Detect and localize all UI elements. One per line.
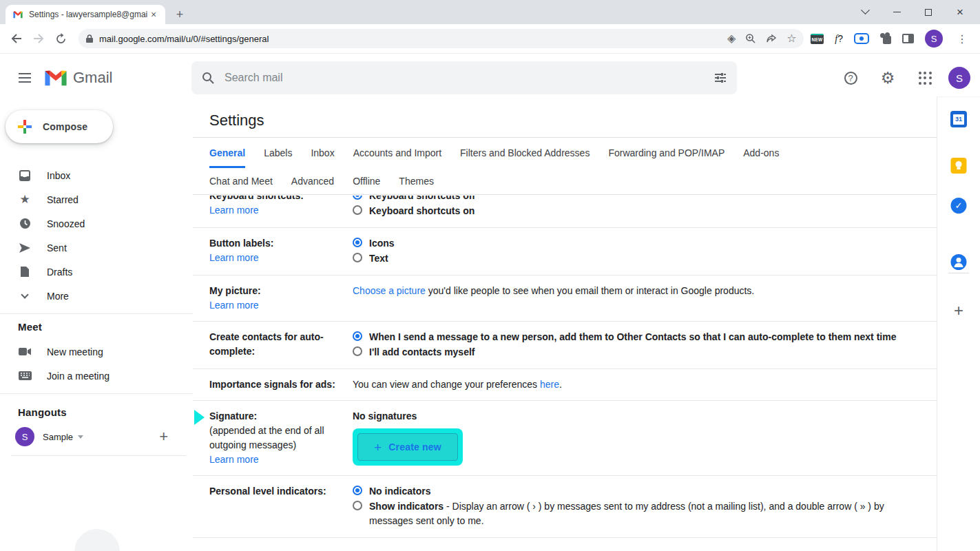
search-icon[interactable] xyxy=(201,71,215,85)
page-title: Settings xyxy=(193,102,937,138)
tab-chat-and-meet[interactable]: Chat and Meet xyxy=(209,168,273,194)
hangouts-caret-icon[interactable] xyxy=(78,435,83,439)
address-bar[interactable]: mail.google.com/mail/u/0/#settings/gener… xyxy=(79,29,804,48)
signature-sublabel: (appended at the end of all outgoing mes… xyxy=(209,425,324,450)
radio-selected[interactable] xyxy=(353,196,362,200)
url-text[interactable]: mail.google.com/mail/u/0/#settings/gener… xyxy=(99,34,727,44)
gmail-logo[interactable]: Gmail xyxy=(44,69,112,87)
radio-selected[interactable] xyxy=(353,486,362,495)
tasks-icon[interactable]: ✓ xyxy=(951,198,967,214)
option-no-indicators[interactable]: No indicators xyxy=(353,484,909,499)
sidebar-item-more[interactable]: More xyxy=(0,284,187,308)
sidebar-item-inbox[interactable]: Inbox xyxy=(0,163,187,187)
tab-offline[interactable]: Offline xyxy=(353,168,380,194)
right-side-panel: 31 ✓ + xyxy=(937,96,980,551)
learn-more-link[interactable]: Learn more xyxy=(209,203,259,218)
support-icon[interactable]: ? xyxy=(837,64,864,92)
tab-advanced[interactable]: Advanced xyxy=(291,168,334,194)
new-extension-icon[interactable]: NEW xyxy=(811,34,824,44)
tab-accounts-and-import[interactable]: Accounts and Import xyxy=(353,138,441,168)
sidebar-item-sent[interactable]: Sent xyxy=(0,236,187,260)
radio-unselected[interactable] xyxy=(353,253,362,262)
fn-extension-icon[interactable]: f? xyxy=(835,33,843,45)
maximize-button[interactable] xyxy=(913,0,944,24)
contacts-icon[interactable] xyxy=(951,254,967,270)
back-icon[interactable] xyxy=(6,28,28,50)
hangouts-placeholder-circle xyxy=(74,529,120,551)
gmail-sidebar: Compose Inbox ★ Starred Snoozed Sent xyxy=(0,102,193,551)
option-auto-add-contacts[interactable]: When I send a message to a new person, a… xyxy=(353,330,909,344)
tab-forwarding[interactable]: Forwarding and POP/IMAP xyxy=(608,138,724,168)
hangouts-user-name[interactable]: Sample xyxy=(43,432,73,442)
sidebar-item-join-meeting[interactable]: Join a meeting xyxy=(0,364,187,388)
new-hangout-button[interactable]: + xyxy=(159,428,168,446)
main-menu-icon[interactable] xyxy=(8,61,41,94)
row-keyboard-shortcuts: Keyboard shortcuts: Learn more Keyboard … xyxy=(193,196,937,228)
compose-button[interactable]: Compose xyxy=(6,110,113,143)
importance-signals-label: Importance signals for ads: xyxy=(209,377,347,392)
tab-close-icon[interactable]: × xyxy=(147,8,160,21)
get-addons-button[interactable]: + xyxy=(954,301,963,320)
browser-profile-avatar[interactable]: S xyxy=(925,30,943,48)
tab-addons[interactable]: Add-ons xyxy=(743,138,779,168)
learn-more-link[interactable]: Learn more xyxy=(209,453,259,467)
omnibox-actions: ◈ ☆ xyxy=(727,33,797,44)
reading-mode-icon[interactable]: ◈ xyxy=(727,33,736,44)
radio-selected[interactable] xyxy=(353,331,362,341)
option-keyboard-shortcuts-on[interactable]: Keyboard shortcuts on xyxy=(353,204,909,218)
keep-icon[interactable] xyxy=(951,158,967,174)
radio-unselected[interactable] xyxy=(353,205,362,215)
share-icon[interactable] xyxy=(766,33,777,44)
browser-tab[interactable]: Settings - lawyersample8@gmail × xyxy=(6,5,165,24)
option-keyboard-shortcuts-off[interactable]: Keyboard shortcuts off xyxy=(353,196,909,203)
row-importance-signals: Importance signals for ads: You can view… xyxy=(193,369,937,401)
new-tab-button[interactable]: + xyxy=(171,6,189,23)
calendar-icon[interactable]: 31 xyxy=(950,111,967,127)
tab-labels[interactable]: Labels xyxy=(264,138,292,168)
create-new-signature-button[interactable]: + Create new xyxy=(357,433,458,461)
option-add-contacts-myself[interactable]: I'll add contacts myself xyxy=(353,345,909,360)
tab-search-icon[interactable] xyxy=(849,0,881,24)
create-new-highlight: + Create new xyxy=(353,428,463,466)
reload-icon[interactable] xyxy=(50,28,72,50)
search-options-icon[interactable] xyxy=(713,71,727,85)
search-input[interactable] xyxy=(225,72,713,84)
learn-more-link[interactable]: Learn more xyxy=(209,298,259,313)
zoom-icon[interactable] xyxy=(745,33,756,44)
browser-menu-icon[interactable]: ⋮ xyxy=(954,32,970,45)
option-text[interactable]: Text xyxy=(353,251,909,266)
radio-unselected[interactable] xyxy=(353,501,362,510)
hangouts-avatar[interactable]: S xyxy=(15,427,34,446)
minimize-button[interactable] xyxy=(881,0,913,24)
sidebar-divider xyxy=(0,313,193,314)
sidebar-item-starred[interactable]: ★ Starred xyxy=(0,187,187,211)
forward-icon[interactable] xyxy=(28,28,50,50)
account-avatar[interactable]: S xyxy=(948,67,970,89)
settings-gear-icon[interactable]: ⚙ xyxy=(874,64,901,92)
extensions-puzzle-icon[interactable] xyxy=(880,33,891,44)
choose-picture-link[interactable]: Choose a picture xyxy=(353,285,426,296)
search-bar[interactable] xyxy=(191,61,737,94)
tab-inbox[interactable]: Inbox xyxy=(311,138,334,168)
option-icons[interactable]: Icons xyxy=(353,236,909,251)
tab-title: Settings - lawyersample8@gmail xyxy=(29,10,147,19)
sidebar-item-new-meeting[interactable]: New meeting xyxy=(0,340,187,364)
hangouts-user-row[interactable]: S Sample + xyxy=(0,423,187,450)
google-apps-icon[interactable] xyxy=(911,64,939,92)
here-link[interactable]: here xyxy=(540,379,559,390)
screen-record-extension-icon[interactable] xyxy=(854,33,869,44)
window-close-button[interactable]: × xyxy=(944,0,976,24)
create-contacts-label: Create contacts for auto-complete: xyxy=(209,330,347,359)
sidebar-item-snoozed[interactable]: Snoozed xyxy=(0,211,187,236)
sidebar-divider xyxy=(11,455,186,456)
tab-themes[interactable]: Themes xyxy=(399,168,434,194)
tab-general[interactable]: General xyxy=(209,138,245,168)
radio-unselected[interactable] xyxy=(353,346,362,356)
radio-selected[interactable] xyxy=(353,238,362,247)
option-show-indicators[interactable]: Show indicators - Display an arrow ( › )… xyxy=(353,499,909,528)
bookmark-star-icon[interactable]: ☆ xyxy=(786,33,796,44)
tab-filters[interactable]: Filters and Blocked Addresses xyxy=(460,138,590,168)
sidebar-item-drafts[interactable]: Drafts xyxy=(0,260,187,284)
side-panel-icon[interactable] xyxy=(902,34,914,43)
learn-more-link[interactable]: Learn more xyxy=(209,251,259,265)
